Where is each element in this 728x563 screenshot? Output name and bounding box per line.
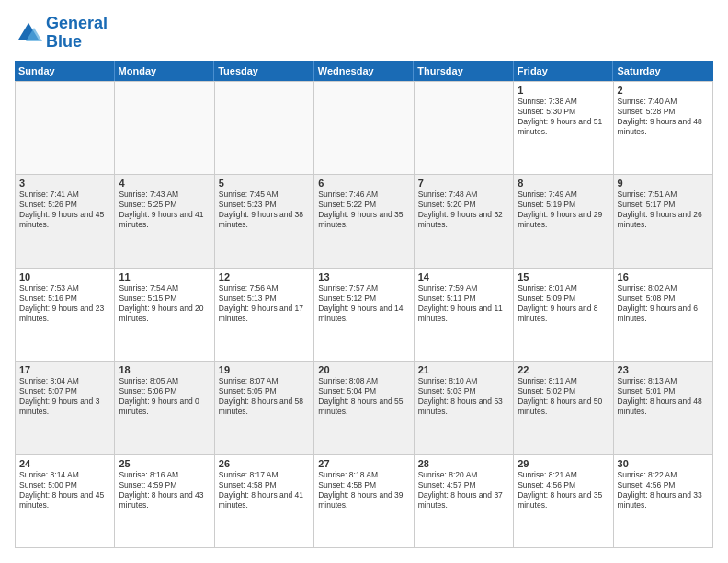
calendar-header: SundayMondayTuesdayWednesdayThursdayFrid… [15, 61, 713, 81]
cal-cell: 22Sunrise: 8:11 AMSunset: 5:02 PMDayligh… [514, 362, 613, 454]
header-day-friday: Friday [514, 61, 614, 81]
day-number: 8 [518, 178, 609, 189]
day-number: 14 [418, 271, 509, 282]
day-number: 23 [618, 364, 709, 375]
cal-cell: 24Sunrise: 8:14 AMSunset: 5:00 PMDayligh… [16, 455, 115, 547]
cal-cell: 3Sunrise: 7:41 AMSunset: 5:26 PMDaylight… [16, 175, 115, 267]
cell-text: Sunrise: 7:46 AMSunset: 5:22 PMDaylight:… [318, 190, 409, 230]
day-number: 16 [618, 271, 709, 282]
cal-cell: 15Sunrise: 8:01 AMSunset: 5:09 PMDayligh… [514, 269, 613, 361]
day-number: 6 [318, 178, 409, 189]
header-day-tuesday: Tuesday [214, 61, 314, 81]
day-number: 20 [318, 364, 409, 375]
header-day-saturday: Saturday [613, 61, 713, 81]
cell-text: Sunrise: 7:40 AMSunset: 5:28 PMDaylight:… [618, 97, 709, 137]
cal-cell [415, 82, 514, 174]
logo: General Blue [15, 15, 108, 52]
day-number: 17 [19, 364, 110, 375]
header-day-monday: Monday [115, 61, 215, 81]
cell-text: Sunrise: 8:10 AMSunset: 5:03 PMDaylight:… [418, 376, 509, 417]
week-row-4: 17Sunrise: 8:04 AMSunset: 5:07 PMDayligh… [16, 362, 713, 454]
cell-text: Sunrise: 8:08 AMSunset: 5:04 PMDaylight:… [318, 376, 409, 417]
header-day-thursday: Thursday [414, 61, 514, 81]
cal-cell: 16Sunrise: 8:02 AMSunset: 5:08 PMDayligh… [614, 269, 713, 361]
cal-cell: 6Sunrise: 7:46 AMSunset: 5:22 PMDaylight… [314, 175, 414, 267]
cal-cell [215, 82, 314, 174]
cal-cell: 13Sunrise: 7:57 AMSunset: 5:12 PMDayligh… [314, 269, 414, 361]
cell-text: Sunrise: 8:11 AMSunset: 5:02 PMDaylight:… [518, 376, 609, 417]
cell-text: Sunrise: 7:38 AMSunset: 5:30 PMDaylight:… [518, 97, 609, 137]
header: General Blue [15, 15, 713, 52]
week-row-5: 24Sunrise: 8:14 AMSunset: 5:00 PMDayligh… [16, 455, 713, 548]
cal-cell: 10Sunrise: 7:53 AMSunset: 5:16 PMDayligh… [16, 269, 115, 361]
cell-text: Sunrise: 7:54 AMSunset: 5:15 PMDaylight:… [119, 283, 210, 324]
day-number: 29 [518, 458, 609, 469]
day-number: 10 [19, 271, 110, 282]
cal-cell [115, 82, 214, 174]
day-number: 24 [19, 458, 110, 469]
cell-text: Sunrise: 8:16 AMSunset: 4:59 PMDaylight:… [119, 470, 210, 511]
logo-icon [15, 19, 42, 47]
week-row-1: 1Sunrise: 7:38 AMSunset: 5:30 PMDaylight… [16, 82, 713, 175]
header-day-wednesday: Wednesday [314, 61, 415, 81]
day-number: 18 [119, 364, 210, 375]
cell-text: Sunrise: 7:45 AMSunset: 5:23 PMDaylight:… [219, 190, 310, 230]
day-number: 11 [119, 271, 210, 282]
week-row-3: 10Sunrise: 7:53 AMSunset: 5:16 PMDayligh… [16, 269, 713, 362]
cal-cell: 4Sunrise: 7:43 AMSunset: 5:25 PMDaylight… [115, 175, 214, 267]
cell-text: Sunrise: 7:53 AMSunset: 5:16 PMDaylight:… [19, 283, 110, 324]
day-number: 9 [618, 178, 709, 189]
day-number: 27 [318, 458, 409, 469]
cal-cell: 1Sunrise: 7:38 AMSunset: 5:30 PMDaylight… [514, 82, 613, 174]
cal-cell: 25Sunrise: 8:16 AMSunset: 4:59 PMDayligh… [115, 455, 214, 547]
day-number: 2 [618, 85, 709, 96]
cal-cell: 9Sunrise: 7:51 AMSunset: 5:17 PMDaylight… [614, 175, 713, 267]
cal-cell: 5Sunrise: 7:45 AMSunset: 5:23 PMDaylight… [215, 175, 314, 267]
header-day-sunday: Sunday [15, 61, 115, 81]
logo-text: General Blue [46, 15, 108, 52]
day-number: 25 [119, 458, 210, 469]
day-number: 30 [618, 458, 709, 469]
cal-cell [16, 82, 115, 174]
cell-text: Sunrise: 8:04 AMSunset: 5:07 PMDaylight:… [19, 376, 110, 417]
day-number: 22 [518, 364, 609, 375]
cal-cell: 28Sunrise: 8:20 AMSunset: 4:57 PMDayligh… [415, 455, 514, 547]
cal-cell: 27Sunrise: 8:18 AMSunset: 4:58 PMDayligh… [314, 455, 414, 547]
cell-text: Sunrise: 7:48 AMSunset: 5:20 PMDaylight:… [418, 190, 509, 230]
cal-cell: 14Sunrise: 7:59 AMSunset: 5:11 PMDayligh… [415, 269, 514, 361]
day-number: 12 [219, 271, 310, 282]
day-number: 7 [418, 178, 509, 189]
day-number: 21 [418, 364, 509, 375]
cell-text: Sunrise: 8:07 AMSunset: 5:05 PMDaylight:… [219, 376, 310, 417]
cal-cell: 23Sunrise: 8:13 AMSunset: 5:01 PMDayligh… [614, 362, 713, 454]
cal-cell: 21Sunrise: 8:10 AMSunset: 5:03 PMDayligh… [415, 362, 514, 454]
cal-cell: 20Sunrise: 8:08 AMSunset: 5:04 PMDayligh… [314, 362, 414, 454]
cal-cell: 18Sunrise: 8:05 AMSunset: 5:06 PMDayligh… [115, 362, 214, 454]
cal-cell: 11Sunrise: 7:54 AMSunset: 5:15 PMDayligh… [115, 269, 214, 361]
day-number: 5 [219, 178, 310, 189]
cal-cell [314, 82, 414, 174]
cell-text: Sunrise: 8:18 AMSunset: 4:58 PMDaylight:… [318, 470, 409, 511]
cal-cell: 17Sunrise: 8:04 AMSunset: 5:07 PMDayligh… [16, 362, 115, 454]
cell-text: Sunrise: 8:01 AMSunset: 5:09 PMDaylight:… [518, 283, 609, 324]
cell-text: Sunrise: 7:43 AMSunset: 5:25 PMDaylight:… [119, 190, 210, 230]
cal-cell: 30Sunrise: 8:22 AMSunset: 4:56 PMDayligh… [614, 455, 713, 547]
cell-text: Sunrise: 8:21 AMSunset: 4:56 PMDaylight:… [518, 470, 609, 511]
day-number: 4 [119, 178, 210, 189]
cell-text: Sunrise: 8:17 AMSunset: 4:58 PMDaylight:… [219, 470, 310, 511]
cell-text: Sunrise: 8:22 AMSunset: 4:56 PMDaylight:… [618, 470, 709, 511]
cell-text: Sunrise: 8:13 AMSunset: 5:01 PMDaylight:… [618, 376, 709, 417]
cell-text: Sunrise: 8:20 AMSunset: 4:57 PMDaylight:… [418, 470, 509, 511]
cell-text: Sunrise: 7:41 AMSunset: 5:26 PMDaylight:… [19, 190, 110, 230]
day-number: 19 [219, 364, 310, 375]
day-number: 28 [418, 458, 509, 469]
cal-cell: 12Sunrise: 7:56 AMSunset: 5:13 PMDayligh… [215, 269, 314, 361]
cal-cell: 26Sunrise: 8:17 AMSunset: 4:58 PMDayligh… [215, 455, 314, 547]
cal-cell: 7Sunrise: 7:48 AMSunset: 5:20 PMDaylight… [415, 175, 514, 267]
day-number: 15 [518, 271, 609, 282]
day-number: 3 [19, 178, 110, 189]
cal-cell: 19Sunrise: 8:07 AMSunset: 5:05 PMDayligh… [215, 362, 314, 454]
day-number: 26 [219, 458, 310, 469]
cal-cell: 8Sunrise: 7:49 AMSunset: 5:19 PMDaylight… [514, 175, 613, 267]
cell-text: Sunrise: 7:51 AMSunset: 5:17 PMDaylight:… [618, 190, 709, 230]
